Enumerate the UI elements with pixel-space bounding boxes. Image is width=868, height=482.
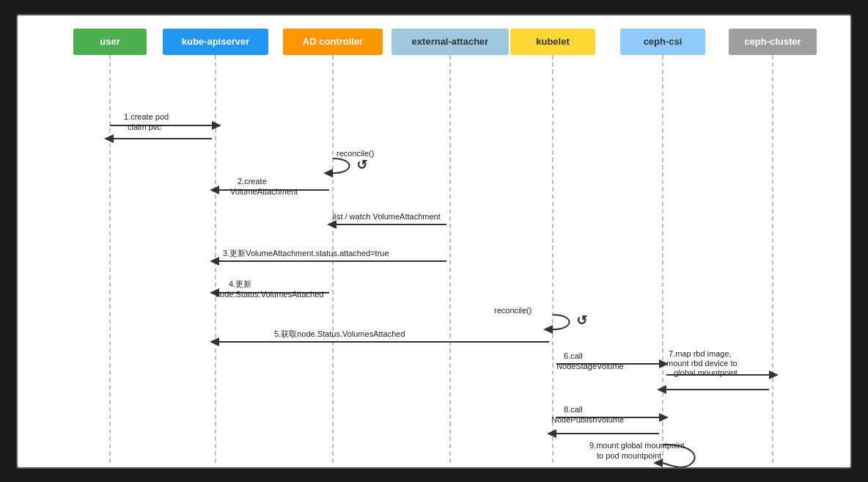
lifeline-user: user <box>73 29 147 55</box>
svg-text:list / watch VolumeAttachment: list / watch VolumeAttachment <box>333 212 441 221</box>
svg-text:2.create: 2.create <box>238 177 267 186</box>
svg-marker-12 <box>104 134 114 143</box>
svg-marker-13 <box>323 169 333 178</box>
arrows-svg: 1.create pod claim pvc reconcile() ↺ 2.c… <box>18 15 850 467</box>
svg-text:reconcile(): reconcile() <box>336 149 374 158</box>
svg-marker-41 <box>769 370 779 379</box>
svg-text:7.map rbd image,: 7.map rbd image, <box>669 349 732 358</box>
lifeline-ceph-csi: ceph-csi <box>620 29 705 55</box>
svg-marker-48 <box>659 413 669 422</box>
svg-text:global mountpoint: global mountpoint <box>674 368 738 377</box>
svg-marker-8 <box>212 121 221 130</box>
svg-marker-37 <box>659 359 669 368</box>
svg-text:VolumeAttachment: VolumeAttachment <box>230 187 298 196</box>
lifeline-ceph-cluster: ceph-cluster <box>729 29 817 55</box>
svg-text:to pod mountpoint: to pod mountpoint <box>597 451 661 460</box>
svg-text:1.create pod: 1.create pod <box>124 112 169 121</box>
sequence-diagram: 1.create pod claim pvc reconcile() ↺ 2.c… <box>16 14 852 469</box>
svg-marker-52 <box>547 429 556 438</box>
svg-marker-21 <box>327 220 336 229</box>
svg-text:reconcile(): reconcile() <box>494 306 532 315</box>
svg-text:claim pvc: claim pvc <box>128 123 161 131</box>
svg-marker-30 <box>543 325 553 334</box>
svg-marker-24 <box>210 257 219 266</box>
svg-text:↺: ↺ <box>576 313 587 328</box>
svg-marker-34 <box>210 337 219 346</box>
lifeline-external-attacher: external-attacher <box>391 29 509 55</box>
lifeline-ad-controller: AD controller <box>283 29 383 55</box>
svg-marker-46 <box>657 385 666 394</box>
svg-text:9.mount global mountpoint: 9.mount global mountpoint <box>589 441 685 450</box>
lifeline-kube-apiserver: kube-apiserver <box>163 29 268 55</box>
svg-marker-53 <box>653 459 663 467</box>
svg-text:4.更新: 4.更新 <box>229 280 251 288</box>
svg-text:NodePublishVolume: NodePublishVolume <box>551 415 624 424</box>
svg-marker-27 <box>210 288 219 297</box>
svg-text:5.获取node.Status.VolumesAttache: 5.获取node.Status.VolumesAttached <box>274 329 405 338</box>
lifeline-kubelet: kubelet <box>510 29 595 55</box>
svg-text:3.更新VolumeAttachment.status.at: 3.更新VolumeAttachment.status.attached=tru… <box>223 249 389 258</box>
svg-text:8.call: 8.call <box>564 405 583 414</box>
svg-text:↺: ↺ <box>356 158 367 172</box>
svg-text:node.Status.VolumesAttached: node.Status.VolumesAttached <box>216 290 323 299</box>
svg-text:NodeStageVolume: NodeStageVolume <box>556 362 624 370</box>
svg-text:mount rbd device to: mount rbd device to <box>666 359 738 368</box>
svg-text:6.call: 6.call <box>564 351 583 360</box>
svg-marker-17 <box>210 186 219 194</box>
